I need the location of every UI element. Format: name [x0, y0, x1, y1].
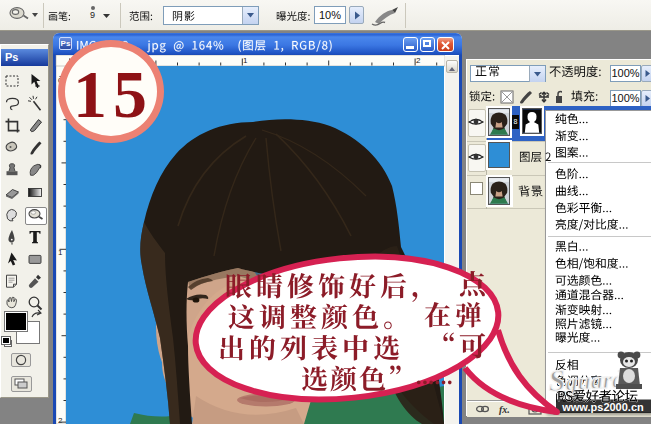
- svg-text:1: 1: [58, 248, 63, 257]
- svg-text:2: 2: [58, 416, 63, 424]
- svg-text:1: 1: [243, 56, 248, 65]
- svg-text:2: 2: [416, 56, 421, 65]
